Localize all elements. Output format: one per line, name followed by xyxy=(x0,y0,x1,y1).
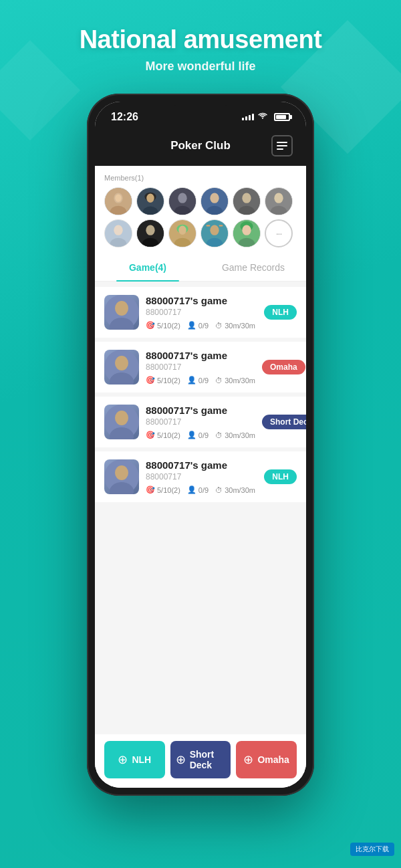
game-tag-2: Omaha xyxy=(262,360,305,374)
svg-point-12 xyxy=(210,193,219,203)
game-host-2: 88000717 xyxy=(146,362,255,372)
svg-point-40 xyxy=(115,301,128,316)
game-avatar-2 xyxy=(104,350,139,385)
game-name-4: 88000717's game xyxy=(146,459,257,471)
game-meta-4: 🎯 5/10(2) 👤 0/9 ⏱ 30m/30m xyxy=(146,485,257,494)
tabs: Game(4) Game Records xyxy=(95,254,306,282)
svg-point-21 xyxy=(114,225,122,235)
game-meta-1: 🎯 5/10(2) 👤 0/9 ⏱ 30m/30m xyxy=(146,321,257,330)
game-item-1[interactable]: 88000717's game 88000717 🎯 5/10(2) 👤 0/9 xyxy=(95,287,306,338)
wifi-icon xyxy=(258,112,269,122)
game-avatar-4 xyxy=(104,459,139,494)
game-info-1: 88000717's game 88000717 🎯 5/10(2) 👤 0/9 xyxy=(146,295,257,330)
tab-game[interactable]: Game(4) xyxy=(95,254,200,281)
member-avatar-6[interactable] xyxy=(265,187,293,215)
svg-point-24 xyxy=(146,225,154,235)
game-item-2[interactable]: 88000717's game 88000717 🎯 5/10(2) 👤 0/9 xyxy=(95,342,306,393)
game-tag-3: Short Deck xyxy=(262,415,306,429)
status-time: 12:26 xyxy=(111,111,138,123)
svg-point-49 xyxy=(115,465,128,480)
tab-game-records[interactable]: Game Records xyxy=(200,254,306,281)
game-avatar-1 xyxy=(104,295,139,330)
member-avatar-1[interactable] xyxy=(104,187,132,215)
signal-icon xyxy=(242,114,254,120)
member-avatar-10[interactable] xyxy=(200,219,229,247)
game-name-1: 88000717's game xyxy=(146,295,257,306)
member-avatar-2[interactable] xyxy=(136,187,164,215)
game-info-4: 88000717's game 88000717 🎯 5/10(2) 👤 0/9 xyxy=(146,459,257,494)
member-avatar-3[interactable] xyxy=(168,187,196,215)
menu-button[interactable] xyxy=(271,135,293,156)
svg-point-43 xyxy=(115,356,128,370)
svg-point-18 xyxy=(274,193,283,203)
member-avatar-8[interactable] xyxy=(136,219,164,247)
phone-frame: 12:26 xyxy=(87,94,314,796)
bottom-bar: ⊕ NLH ⊕ Short Deck ⊕ Omaha xyxy=(95,734,306,788)
game-host-4: 88000717 xyxy=(146,472,257,481)
main-title: National amusement xyxy=(80,25,322,54)
member-avatar-7[interactable] xyxy=(104,219,132,247)
app-header: Poker Club xyxy=(95,128,306,166)
app-title: Poker Club xyxy=(170,139,231,152)
hero-section: National amusement More wonderful life xyxy=(80,25,322,74)
more-members-button[interactable]: ··· xyxy=(265,219,293,247)
members-row-1 xyxy=(104,187,297,215)
create-nlh-button[interactable]: ⊕ NLH xyxy=(104,741,165,778)
svg-rect-34 xyxy=(219,225,223,227)
main-content: Members(1) xyxy=(95,166,306,788)
phone-mockup: 12:26 xyxy=(87,94,314,796)
members-label: Members(1) xyxy=(104,174,297,182)
svg-point-37 xyxy=(242,225,251,235)
game-tag-1: NLH xyxy=(264,305,297,320)
members-row-2: ··· xyxy=(104,219,297,247)
status-icons xyxy=(242,112,290,122)
member-avatar-11[interactable] xyxy=(233,219,261,247)
svg-rect-33 xyxy=(207,225,211,227)
game-host-3: 88000717 xyxy=(146,417,255,427)
member-avatar-9[interactable] xyxy=(168,219,196,247)
svg-point-15 xyxy=(242,193,251,203)
status-bar: 12:26 xyxy=(95,102,306,128)
svg-point-28 xyxy=(178,226,186,235)
game-name-2: 88000717's game xyxy=(146,350,255,361)
game-info-3: 88000717's game 88000717 🎯 5/10(2) 👤 0/9 xyxy=(146,405,255,439)
game-name-3: 88000717's game xyxy=(146,405,255,416)
create-short-deck-button[interactable]: ⊕ Short Deck xyxy=(170,741,231,778)
svg-point-31 xyxy=(210,225,219,235)
phone-screen: 12:26 xyxy=(95,102,306,788)
svg-point-3 xyxy=(115,195,122,202)
game-host-1: 88000717 xyxy=(146,308,257,317)
sub-title: More wonderful life xyxy=(80,60,322,74)
svg-point-9 xyxy=(178,193,186,203)
phone-notch xyxy=(174,102,227,106)
members-section: Members(1) xyxy=(95,166,306,254)
svg-point-6 xyxy=(146,194,154,203)
svg-point-46 xyxy=(115,411,128,425)
game-meta-3: 🎯 5/10(2) 👤 0/9 ⏱ 30m/30m xyxy=(146,431,255,439)
member-avatar-4[interactable] xyxy=(200,187,229,215)
create-omaha-button[interactable]: ⊕ Omaha xyxy=(236,741,297,778)
game-avatar-3 xyxy=(104,405,139,439)
battery-icon xyxy=(274,113,290,121)
game-info-2: 88000717's game 88000717 🎯 5/10(2) 👤 0/9 xyxy=(146,350,255,385)
game-item-4[interactable]: 88000717's game 88000717 🎯 5/10(2) 👤 0/9 xyxy=(95,451,306,502)
game-tag-4: NLH xyxy=(264,469,297,484)
member-avatar-5[interactable] xyxy=(233,187,261,215)
watermark: 比克尔下载 xyxy=(350,843,394,856)
game-list: 88000717's game 88000717 🎯 5/10(2) 👤 0/9 xyxy=(95,282,306,734)
game-meta-2: 🎯 5/10(2) 👤 0/9 ⏱ 30m/30m xyxy=(146,376,255,385)
game-item-3[interactable]: 88000717's game 88000717 🎯 5/10(2) 👤 0/9 xyxy=(95,397,306,447)
